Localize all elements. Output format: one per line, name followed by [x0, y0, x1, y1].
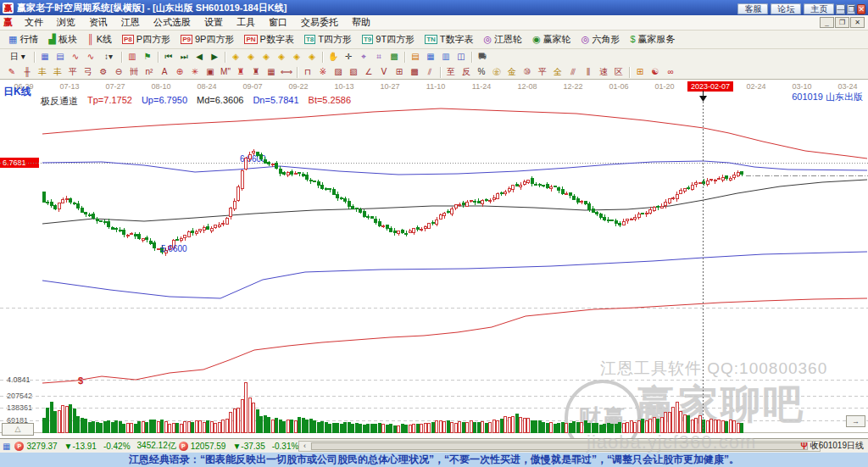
tower-1-icon[interactable]: ♜ [233, 65, 248, 79]
all-tool-icon[interactable]: 全 [550, 65, 565, 79]
gann-diamond-5-icon[interactable]: ◈ [289, 50, 304, 64]
toolbar-kline[interactable]: ║K线 [82, 32, 117, 47]
notes-icon[interactable]: ▥ [438, 50, 453, 64]
wave-bold-icon[interactable]: ∿ [83, 50, 98, 64]
titlebar-button-论坛[interactable]: 论坛 [771, 3, 801, 14]
bars-tool-icon[interactable]: 卌 [126, 65, 142, 79]
toolbar-p-square[interactable]: P8P四方形 [117, 32, 175, 47]
speed-line-icon[interactable]: 速 [596, 65, 611, 79]
infinity-icon[interactable]: ∞ [663, 65, 678, 79]
gauge-tool-icon[interactable]: ⚙ [96, 65, 111, 79]
circle-split-icon[interactable]: ⊖ [111, 65, 126, 79]
minimize-button[interactable]: — [836, 4, 845, 14]
menu-资讯[interactable]: 资讯 [82, 15, 114, 30]
gold-circle-icon[interactable]: ㊎ [489, 65, 504, 79]
scroll-left-arrow[interactable]: ‹ [299, 442, 310, 451]
grid-tool-icon[interactable]: ⌗ [371, 50, 387, 64]
tower-2-icon[interactable]: ♜ [248, 65, 264, 79]
hand-tool-icon[interactable]: ✋ [326, 50, 341, 64]
toolbar-9t-square[interactable]: T99T四方形 [357, 32, 420, 47]
mdi-close-button[interactable]: ✕ [850, 17, 865, 28]
calculator-icon[interactable]: ▦ [423, 50, 438, 64]
v-line-icon[interactable]: Ⅴ [376, 65, 392, 79]
width-tool-icon[interactable]: ⟺ [279, 65, 294, 79]
gann-diamond-1-icon[interactable]: ◈ [228, 50, 243, 64]
menu-江恩[interactable]: 江恩 [114, 15, 147, 30]
scrollbar-thumb[interactable] [311, 442, 808, 450]
fan-tool-icon[interactable]: 反 [459, 65, 474, 79]
expand-pane-button[interactable]: △ [2, 423, 34, 436]
chart-window-icon[interactable]: ▦ [37, 50, 53, 64]
save-icon[interactable]: ◫ [453, 50, 469, 64]
goto-first-icon[interactable]: ⏮ [161, 50, 176, 64]
toolbar-winner-service[interactable]: $赢家服务 [625, 32, 680, 47]
window-grid-icon[interactable]: ▦ [264, 65, 279, 79]
zhi-tool-icon[interactable]: 至 [443, 65, 459, 79]
toolbar-gann-wheel[interactable]: ◎江恩轮 [479, 32, 528, 47]
shade-box-1-icon[interactable]: ▨ [331, 65, 346, 79]
order-truck-icon[interactable]: ⛟ [475, 50, 490, 64]
asterisk-tool-icon[interactable]: ✳ [187, 65, 203, 79]
rays-tool-icon[interactable]: ※ [315, 65, 331, 79]
toolbar-winner-wheel[interactable]: ◉赢家轮 [527, 32, 576, 47]
step-forward-icon[interactable]: ▶ [207, 50, 222, 64]
square-tool-icon[interactable]: ▣ [203, 65, 218, 79]
grid-window-icon[interactable]: ⊞ [632, 65, 648, 79]
box-tool-icon[interactable]: ⊓ [300, 65, 315, 79]
gann-diamond-6-icon[interactable]: ◈ [304, 50, 320, 64]
flag-icon[interactable]: ⚑ [140, 50, 155, 64]
pen-tool-icon[interactable]: ✎ [4, 65, 19, 79]
restore-button[interactable]: ❐ [847, 4, 855, 14]
shade-box-2-icon[interactable]: ▧ [346, 65, 361, 79]
titlebar-button-客服[interactable]: 客服 [737, 3, 768, 14]
menu-文件[interactable]: 文件 [18, 15, 50, 30]
step-back-icon[interactable]: ◀ [192, 50, 207, 64]
menu-窗口[interactable]: 窗口 [262, 15, 294, 30]
percent-tool-icon[interactable]: % [474, 65, 489, 79]
a-tool-icon[interactable]: A [157, 65, 172, 79]
hatch-tool-icon[interactable]: ╫ [19, 65, 35, 79]
pick-tool-icon[interactable]: ⌖ [356, 50, 371, 64]
arc-tool-icon[interactable]: 弓 [81, 65, 96, 79]
mdi-minimize-button[interactable]: _ [820, 17, 834, 28]
period-day-selector[interactable]: 日 ▾ [4, 50, 31, 64]
toolbar-t-table[interactable]: TNT数字表 [420, 32, 478, 47]
quotes-grid-icon[interactable]: ▦ [3, 442, 10, 451]
scale-updown-icon[interactable]: ↕▾ [98, 50, 119, 64]
target-circle-icon[interactable]: ⊕ [172, 65, 187, 79]
toolbar-p-table[interactable]: PNP数字表 [239, 32, 298, 47]
area-line-icon[interactable]: 区 [611, 65, 626, 79]
crosshair-tool-icon[interactable]: ✛ [341, 50, 356, 64]
gold-gann-1-icon[interactable]: 丰 [35, 65, 50, 79]
gold-line-icon[interactable]: 金 [504, 65, 520, 79]
menu-公式选股[interactable]: 公式选股 [147, 15, 198, 30]
gann-diamond-3-icon[interactable]: ◈ [259, 50, 274, 64]
kline-style-icon[interactable]: ▥ [125, 50, 140, 64]
toolbar-hexagon[interactable]: ◎六角形 [576, 32, 626, 47]
mdi-restore-button[interactable]: ❐ [835, 17, 849, 28]
chart-scroll-right-button[interactable]: → [846, 415, 865, 427]
gold-gann-2-icon[interactable]: 丰 [50, 65, 65, 79]
toolbar-t-square[interactable]: T8T四方形 [299, 32, 357, 47]
m-wave-icon[interactable]: M" [218, 65, 233, 79]
menu-帮助[interactable]: 帮助 [345, 15, 377, 30]
toolbar-quotes[interactable]: ▦行情 [3, 32, 43, 47]
menu-工具[interactable]: 工具 [230, 15, 262, 30]
chart-area[interactable]: 江恩工具软件 QQ:100800360 财赢 赢家聊吧 06-2907-1307… [0, 80, 868, 438]
parallel-lines-icon[interactable]: ⫽ [422, 65, 437, 79]
goto-last-icon[interactable]: ⏭ [176, 50, 192, 64]
titlebar-button-主页[interactable]: 主页 [804, 3, 834, 14]
gann-diamond-4-icon[interactable]: ◈ [274, 50, 289, 64]
level-tool-icon[interactable]: 平 [65, 65, 81, 79]
menu-交易委托[interactable]: 交易委托 [294, 15, 345, 30]
toolbar-9p-square[interactable]: P99P四方形 [175, 32, 239, 47]
menu-浏览[interactable]: 浏览 [50, 15, 82, 30]
wave-icon[interactable]: ∿ [68, 50, 83, 64]
calendar-icon[interactable]: ▤ [408, 50, 423, 64]
ten-tool-icon[interactable]: ⑩ [520, 65, 535, 79]
flat-tool-icon[interactable]: 平 [535, 65, 550, 79]
angle-line-icon[interactable]: ∠ [361, 65, 376, 79]
panel-tool-icon[interactable]: ▩ [387, 50, 402, 64]
toolbar-sectors[interactable]: ▟板块 [43, 32, 81, 47]
slant-2-icon[interactable]: ⫼ [581, 65, 596, 79]
